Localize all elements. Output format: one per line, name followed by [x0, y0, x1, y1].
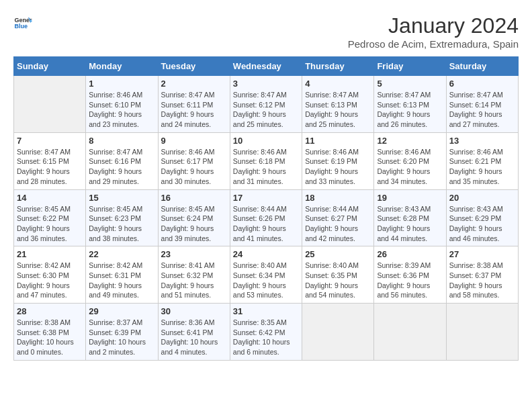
calendar-cell: 12Sunrise: 8:46 AMSunset: 6:20 PMDayligh… — [374, 132, 446, 189]
calendar-cell: 26Sunrise: 8:39 AMSunset: 6:36 PMDayligh… — [374, 246, 446, 304]
day-info: Sunrise: 8:38 AMSunset: 6:38 PMDaylight:… — [17, 318, 83, 357]
calendar-cell: 18Sunrise: 8:44 AMSunset: 6:27 PMDayligh… — [302, 189, 374, 246]
day-info: Sunrise: 8:40 AMSunset: 6:34 PMDaylight:… — [233, 261, 299, 300]
day-number: 23 — [161, 249, 227, 259]
calendar-subtitle: Pedroso de Acim, Extremadura, Spain — [348, 38, 519, 50]
logo-icon: General Blue — [13, 13, 32, 32]
day-number: 26 — [377, 249, 443, 259]
calendar-cell: 6Sunrise: 8:47 AMSunset: 6:14 PMDaylight… — [446, 76, 518, 133]
day-info: Sunrise: 8:40 AMSunset: 6:35 PMDaylight:… — [305, 261, 371, 300]
day-info: Sunrise: 8:45 AMSunset: 6:22 PMDaylight:… — [17, 204, 83, 244]
day-number: 9 — [161, 136, 227, 146]
day-number: 22 — [89, 249, 154, 259]
day-info: Sunrise: 8:44 AMSunset: 6:27 PMDaylight:… — [305, 204, 371, 244]
calendar-cell: 30Sunrise: 8:36 AMSunset: 6:41 PMDayligh… — [158, 304, 230, 361]
day-number: 12 — [377, 136, 443, 146]
page-header: General Blue January 2024 Pedroso de Aci… — [13, 13, 519, 50]
calendar-cell — [374, 304, 446, 361]
day-info: Sunrise: 8:42 AMSunset: 6:31 PMDaylight:… — [89, 261, 154, 300]
day-number: 31 — [233, 306, 299, 316]
day-number: 11 — [305, 136, 371, 146]
calendar-cell: 25Sunrise: 8:40 AMSunset: 6:35 PMDayligh… — [302, 246, 374, 304]
day-number: 15 — [89, 193, 154, 203]
day-number: 28 — [17, 306, 83, 316]
calendar-cell: 31Sunrise: 8:35 AMSunset: 6:42 PMDayligh… — [230, 304, 302, 361]
header-monday: Monday — [86, 57, 158, 76]
day-info: Sunrise: 8:39 AMSunset: 6:36 PMDaylight:… — [377, 261, 443, 300]
calendar-cell: 24Sunrise: 8:40 AMSunset: 6:34 PMDayligh… — [230, 246, 302, 304]
day-number: 19 — [377, 193, 443, 203]
day-number: 30 — [161, 306, 227, 316]
svg-text:Blue: Blue — [14, 23, 28, 30]
day-info: Sunrise: 8:46 AMSunset: 6:21 PMDaylight:… — [449, 147, 515, 187]
day-info: Sunrise: 8:44 AMSunset: 6:26 PMDaylight:… — [233, 204, 299, 244]
day-number: 18 — [305, 193, 371, 203]
day-info: Sunrise: 8:37 AMSunset: 6:39 PMDaylight:… — [89, 318, 154, 357]
logo: General Blue — [13, 13, 32, 32]
calendar-cell: 22Sunrise: 8:42 AMSunset: 6:31 PMDayligh… — [86, 246, 158, 304]
weekday-header-row: Sunday Monday Tuesday Wednesday Thursday… — [14, 57, 519, 76]
day-number: 5 — [377, 79, 443, 89]
calendar-week-row: 7Sunrise: 8:47 AMSunset: 6:15 PMDaylight… — [14, 132, 519, 189]
day-info: Sunrise: 8:46 AMSunset: 6:20 PMDaylight:… — [377, 147, 443, 187]
calendar-cell: 29Sunrise: 8:37 AMSunset: 6:39 PMDayligh… — [86, 304, 158, 361]
day-number: 13 — [449, 136, 515, 146]
header-tuesday: Tuesday — [158, 57, 230, 76]
day-info: Sunrise: 8:42 AMSunset: 6:30 PMDaylight:… — [17, 261, 83, 300]
day-info: Sunrise: 8:47 AMSunset: 6:12 PMDaylight:… — [233, 90, 299, 130]
day-info: Sunrise: 8:36 AMSunset: 6:41 PMDaylight:… — [161, 318, 227, 357]
day-number: 2 — [161, 79, 227, 89]
calendar-title: January 2024 — [348, 13, 519, 38]
calendar-cell: 4Sunrise: 8:47 AMSunset: 6:13 PMDaylight… — [302, 76, 374, 133]
day-info: Sunrise: 8:43 AMSunset: 6:29 PMDaylight:… — [449, 204, 515, 244]
day-info: Sunrise: 8:46 AMSunset: 6:18 PMDaylight:… — [233, 147, 299, 187]
calendar-cell: 16Sunrise: 8:45 AMSunset: 6:24 PMDayligh… — [158, 189, 230, 246]
day-info: Sunrise: 8:46 AMSunset: 6:19 PMDaylight:… — [305, 147, 371, 187]
day-number: 24 — [233, 249, 299, 259]
calendar-cell: 15Sunrise: 8:45 AMSunset: 6:23 PMDayligh… — [86, 189, 158, 246]
calendar-cell: 27Sunrise: 8:38 AMSunset: 6:37 PMDayligh… — [446, 246, 518, 304]
calendar-table: Sunday Monday Tuesday Wednesday Thursday… — [13, 56, 519, 361]
header-friday: Friday — [374, 57, 446, 76]
calendar-cell: 1Sunrise: 8:46 AMSunset: 6:10 PMDaylight… — [86, 76, 158, 133]
day-number: 27 — [449, 249, 515, 259]
day-number: 20 — [449, 193, 515, 203]
day-info: Sunrise: 8:35 AMSunset: 6:42 PMDaylight:… — [233, 318, 299, 357]
day-number: 29 — [89, 306, 154, 316]
day-number: 10 — [233, 136, 299, 146]
day-number: 14 — [17, 193, 83, 203]
calendar-cell — [446, 304, 518, 361]
calendar-cell: 11Sunrise: 8:46 AMSunset: 6:19 PMDayligh… — [302, 132, 374, 189]
day-info: Sunrise: 8:46 AMSunset: 6:17 PMDaylight:… — [161, 147, 227, 187]
day-info: Sunrise: 8:47 AMSunset: 6:16 PMDaylight:… — [89, 147, 154, 187]
calendar-cell: 19Sunrise: 8:43 AMSunset: 6:28 PMDayligh… — [374, 189, 446, 246]
day-number: 16 — [161, 193, 227, 203]
title-block: January 2024 Pedroso de Acim, Extremadur… — [348, 13, 519, 50]
day-number: 3 — [233, 79, 299, 89]
calendar-cell: 14Sunrise: 8:45 AMSunset: 6:22 PMDayligh… — [14, 189, 86, 246]
day-info: Sunrise: 8:47 AMSunset: 6:15 PMDaylight:… — [17, 147, 83, 187]
calendar-cell: 7Sunrise: 8:47 AMSunset: 6:15 PMDaylight… — [14, 132, 86, 189]
header-thursday: Thursday — [302, 57, 374, 76]
calendar-cell: 28Sunrise: 8:38 AMSunset: 6:38 PMDayligh… — [14, 304, 86, 361]
day-info: Sunrise: 8:43 AMSunset: 6:28 PMDaylight:… — [377, 204, 443, 244]
calendar-cell: 3Sunrise: 8:47 AMSunset: 6:12 PMDaylight… — [230, 76, 302, 133]
calendar-week-row: 28Sunrise: 8:38 AMSunset: 6:38 PMDayligh… — [14, 304, 519, 361]
day-number: 8 — [89, 136, 154, 146]
day-info: Sunrise: 8:47 AMSunset: 6:11 PMDaylight:… — [161, 90, 227, 130]
day-info: Sunrise: 8:47 AMSunset: 6:14 PMDaylight:… — [449, 90, 515, 130]
day-info: Sunrise: 8:47 AMSunset: 6:13 PMDaylight:… — [377, 90, 443, 130]
day-number: 4 — [305, 79, 371, 89]
calendar-week-row: 14Sunrise: 8:45 AMSunset: 6:22 PMDayligh… — [14, 189, 519, 246]
calendar-cell — [302, 304, 374, 361]
header-sunday: Sunday — [14, 57, 86, 76]
calendar-cell: 2Sunrise: 8:47 AMSunset: 6:11 PMDaylight… — [158, 76, 230, 133]
day-info: Sunrise: 8:45 AMSunset: 6:24 PMDaylight:… — [161, 204, 227, 244]
day-number: 17 — [233, 193, 299, 203]
calendar-cell: 13Sunrise: 8:46 AMSunset: 6:21 PMDayligh… — [446, 132, 518, 189]
calendar-week-row: 21Sunrise: 8:42 AMSunset: 6:30 PMDayligh… — [14, 246, 519, 304]
day-info: Sunrise: 8:41 AMSunset: 6:32 PMDaylight:… — [161, 261, 227, 300]
day-info: Sunrise: 8:45 AMSunset: 6:23 PMDaylight:… — [89, 204, 154, 244]
day-number: 1 — [89, 79, 154, 89]
calendar-cell: 10Sunrise: 8:46 AMSunset: 6:18 PMDayligh… — [230, 132, 302, 189]
